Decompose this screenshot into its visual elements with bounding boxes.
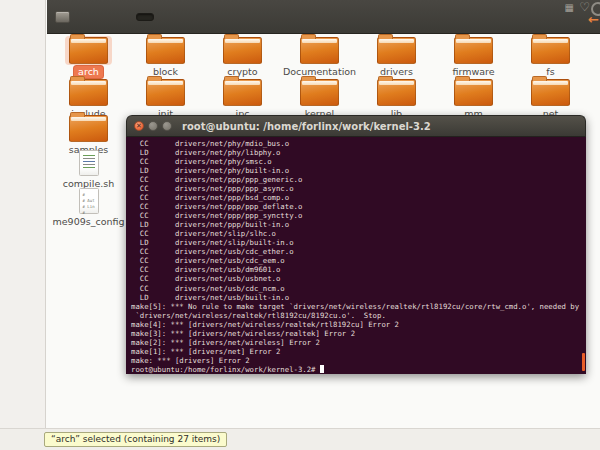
folder-icon: [300, 37, 339, 64]
breadcrumb-item[interactable]: [196, 13, 214, 21]
minimize-button[interactable]: [148, 121, 158, 131]
sidebar-item[interactable]: [0, 127, 45, 139]
terminal-line: make: *** [drivers] Error 2: [131, 356, 586, 365]
breadcrumb-item[interactable]: [116, 13, 134, 21]
sidebar-item[interactable]: [0, 57, 45, 69]
terminal-line: CC drivers/net/usb/cdc_ncm.o: [131, 284, 586, 293]
terminal-line: CC drivers/net/phy/smsc.o: [131, 157, 586, 166]
sidebar-item[interactable]: [0, 154, 45, 166]
file-item[interactable]: # # Aut # Lin # Documentation: [281, 36, 358, 78]
breadcrumb-item[interactable]: [76, 13, 94, 21]
sidebar-item[interactable]: [0, 7, 45, 19]
terminal-line: CC drivers/net/slip/slhc.o: [131, 229, 586, 238]
heart-icon[interactable]: ♡: [579, 2, 590, 12]
sidebar-item[interactable]: [0, 115, 45, 127]
terminal-line: make[3]: *** [drivers/net/wireless/realt…: [131, 329, 586, 338]
sidebar-item[interactable]: [0, 19, 45, 31]
file-item[interactable]: # # Aut # Lin # drivers: [358, 36, 435, 78]
sidebar-item[interactable]: [0, 46, 45, 58]
sidebar-item[interactable]: [0, 81, 45, 93]
breadcrumb: [76, 13, 214, 21]
file-stack: # # Aut # Lin # samples # # Aut # Lin # …: [50, 115, 127, 226]
file-item[interactable]: # # Aut # Lin # firmware: [435, 36, 512, 78]
terminal-window: ✕ root@ubuntu: /home/forlinx/work/kernel…: [126, 115, 586, 374]
breadcrumb-item[interactable]: [136, 13, 154, 21]
file-item[interactable]: # # Aut # Lin # samples: [50, 115, 127, 150]
terminal-titlebar[interactable]: ✕ root@ubuntu: /home/forlinx/work/kernel…: [126, 115, 586, 137]
folder-icon: [69, 115, 108, 142]
breadcrumb-toolbar: ▦ ♡ ←: [47, 0, 600, 34]
sidebar-item[interactable]: [0, 166, 45, 178]
folder-icon: [69, 79, 108, 106]
terminal-line: LD drivers/net/phy/built-in.o: [131, 166, 586, 175]
terminal-line: make[2]: *** [drivers/net/wireless] Erro…: [131, 338, 586, 347]
folder-icon: [377, 79, 416, 106]
terminal-line: `drivers/net/wireless/realtek/rtl8192cu/…: [131, 311, 586, 320]
file-item[interactable]: # # Aut # Lin # lib: [358, 78, 435, 120]
terminal-line: CC drivers/net/usb/cdc_ether.o: [131, 247, 586, 256]
file-grid: # # Aut # Lin # arch # # Aut # Lin # blo…: [50, 36, 591, 120]
folder-icon: [69, 37, 108, 64]
terminal-line: CC drivers/net/ppp/ppp_deflate.o: [131, 202, 586, 211]
folder-icon: [377, 37, 416, 64]
terminal-line: CC drivers/net/ppp/ppp_async.o: [131, 184, 586, 193]
sidebar-item[interactable]: [0, 104, 45, 116]
folder-icon: [531, 79, 570, 106]
terminal-output[interactable]: CC drivers/net/phy/mdio_bus.o LD drivers…: [126, 137, 586, 374]
file-item[interactable]: # # Aut # Lin # arch: [50, 36, 127, 78]
file-label: me909s_config: [49, 216, 129, 228]
terminal-line: make[1]: *** [drivers/net] Error 2: [131, 347, 586, 356]
folder-icon: [223, 79, 262, 106]
folder-icon: [223, 37, 262, 64]
terminal-line: CC drivers/net/ppp/ppp_generic.o: [131, 175, 586, 184]
terminal-scrollbar-thumb[interactable]: [582, 353, 586, 371]
terminal-line: LD drivers/net/usb/built-in.o: [131, 293, 586, 302]
file-item[interactable]: # # Aut # Lin # compile.sh: [50, 150, 127, 188]
terminal-cursor: [320, 365, 324, 373]
maximize-button[interactable]: [162, 121, 172, 131]
terminal-title: root@ubuntu: /home/forlinx/work/kernel-3…: [182, 121, 431, 132]
breadcrumb-item[interactable]: [96, 13, 114, 21]
selection-status-tooltip: “arch” selected (containing 27 items): [44, 432, 227, 447]
file-item[interactable]: # # Aut # Lin # block: [127, 36, 204, 78]
file-item[interactable]: # # Aut # Lin # include: [50, 78, 127, 120]
file-item[interactable]: # # Aut # Lin # fs: [512, 36, 589, 78]
back-arrow-icon[interactable]: ←: [588, 15, 599, 25]
file-item[interactable]: # # Aut # Lin # kernel: [281, 78, 358, 120]
terminal-line: CC drivers/net/phy/mdio_bus.o: [131, 139, 586, 148]
sidebar-item[interactable]: [0, 92, 45, 104]
file-item[interactable]: # # Aut # Lin # net: [512, 78, 589, 120]
terminal-line: make[4]: *** [drivers/net/wireless/realt…: [131, 320, 586, 329]
view-mode-icon[interactable]: ▦: [565, 3, 574, 13]
terminal-line: CC drivers/net/usb/cdc_eem.o: [131, 256, 586, 265]
terminal-line: CC drivers/net/ppp/bsd_comp.o: [131, 193, 586, 202]
text-file-icon: # # Aut # Lin #: [79, 188, 99, 214]
folder-icon: [146, 37, 185, 64]
file-item[interactable]: # # Aut # Lin # me909s_config: [50, 188, 127, 226]
file-item[interactable]: # # Aut # Lin # init: [127, 78, 204, 120]
terminal-line: CC drivers/net/usb/dm9601.o: [131, 265, 586, 274]
terminal-line: LD drivers/net/slip/built-in.o: [131, 238, 586, 247]
file-item[interactable]: # # Aut # Lin # crypto: [204, 36, 281, 78]
sidebar-item[interactable]: [0, 139, 45, 151]
folder-icon: [454, 37, 493, 64]
file-label: Documentation: [279, 66, 360, 78]
file-item[interactable]: # # Aut # Lin # mm: [435, 78, 512, 120]
file-item[interactable]: # # Aut # Lin # ipc: [204, 78, 281, 120]
places-sidebar: [0, 0, 46, 428]
script-file-icon: [79, 150, 99, 176]
sidebar-item[interactable]: [0, 69, 45, 81]
terminal-line: root@ubuntu:/home/forlinx/work/kernel-3.…: [131, 365, 586, 374]
status-bar: “arch” selected (containing 27 items): [0, 428, 600, 450]
terminal-line: CC drivers/net/usb/usbnet.o: [131, 274, 586, 283]
terminal-line: CC drivers/net/ppp/ppp_synctty.o: [131, 211, 586, 220]
sidebar-item[interactable]: [0, 34, 45, 46]
terminal-line: LD drivers/net/ppp/built-in.o: [131, 220, 586, 229]
breadcrumb-item[interactable]: [176, 13, 194, 21]
close-button[interactable]: ✕: [134, 121, 144, 131]
terminal-line: LD drivers/net/phy/libphy.o: [131, 148, 586, 157]
folder-icon: [531, 37, 570, 64]
home-folder-icon[interactable]: [55, 11, 70, 23]
breadcrumb-item[interactable]: [156, 13, 174, 21]
folder-icon: [300, 79, 339, 106]
